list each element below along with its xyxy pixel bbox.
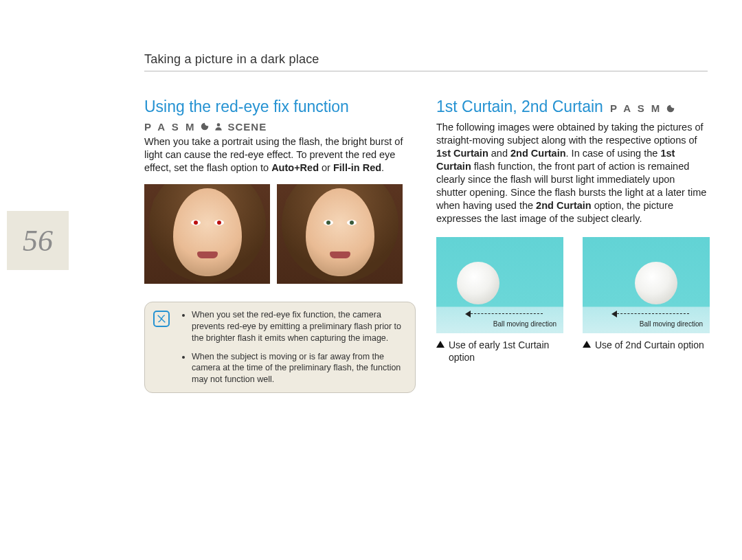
body-bold: 2nd Curtain bbox=[510, 148, 566, 159]
body-bold: Auto+Red bbox=[271, 162, 319, 173]
right-column: 1st Curtain, 2nd Curtain P A S M The fol… bbox=[436, 98, 708, 393]
portrait-before bbox=[144, 184, 270, 284]
body-bold: Fill-in Red bbox=[333, 162, 381, 173]
ball-direction-label: Ball moving direction bbox=[493, 320, 556, 328]
body-text: . bbox=[381, 162, 384, 173]
night-mode-icon bbox=[200, 122, 210, 131]
note-bullet: When the subject is moving or is far awa… bbox=[192, 351, 405, 386]
scene-label: SCENE bbox=[227, 121, 267, 133]
body-bold: 1st Curtain bbox=[436, 148, 488, 159]
mode-indicator-line: P A S M SCENE bbox=[144, 121, 416, 133]
curtain-body: The following images were obtained by ta… bbox=[436, 121, 708, 226]
triangle-up-icon bbox=[436, 341, 445, 348]
curtain-image-2nd: Ball moving direction bbox=[583, 237, 710, 333]
portrait-image-row bbox=[144, 184, 416, 284]
triangle-up-icon bbox=[583, 341, 591, 348]
note-icon bbox=[153, 311, 170, 327]
portrait-mode-icon bbox=[214, 122, 223, 131]
note-bullet: When you set the red-eye fix function, t… bbox=[192, 309, 405, 344]
curtain-caption-2: Use of 2nd Curtain option bbox=[583, 339, 710, 351]
mode-letters: P A S M bbox=[610, 102, 662, 115]
portrait-after bbox=[277, 184, 403, 284]
night-mode-icon bbox=[666, 104, 675, 113]
body-text: . In case of using the bbox=[566, 148, 661, 159]
section-title-text: 1st Curtain, 2nd Curtain bbox=[436, 98, 603, 117]
mode-indicator-inline: P A S M bbox=[610, 102, 675, 115]
curtain-item-2: Ball moving direction Use of 2nd Curtain… bbox=[583, 237, 710, 363]
section-title-text: Using the red-eye fix function bbox=[144, 98, 349, 117]
section-title-red-eye: Using the red-eye fix function bbox=[144, 98, 416, 117]
left-column: Using the red-eye fix function P A S M S… bbox=[144, 98, 416, 393]
page-number-tab: 56 bbox=[7, 211, 69, 270]
mode-letters: P A S M bbox=[144, 121, 196, 133]
svg-point-0 bbox=[217, 123, 221, 126]
body-text: or bbox=[319, 162, 333, 173]
content-columns: Using the red-eye fix function P A S M S… bbox=[144, 98, 708, 393]
curtain-image-row: Ball moving direction Use of early 1st C… bbox=[436, 237, 708, 363]
red-eye-body: When you take a portrait using the flash… bbox=[144, 135, 416, 175]
caption-text: Use of 2nd Curtain option bbox=[595, 339, 704, 351]
body-bold: 2nd Curtain bbox=[536, 200, 592, 211]
note-box: When you set the red-eye fix function, t… bbox=[144, 302, 416, 393]
caption-text: Use of early 1st Curtain option bbox=[449, 339, 563, 363]
ball-direction-label: Ball moving direction bbox=[640, 320, 703, 328]
curtain-caption-1: Use of early 1st Curtain option bbox=[436, 339, 563, 363]
curtain-image-1st: Ball moving direction bbox=[436, 237, 563, 333]
curtain-item-1: Ball moving direction Use of early 1st C… bbox=[436, 237, 563, 363]
section-title-curtain: 1st Curtain, 2nd Curtain P A S M bbox=[436, 98, 708, 117]
body-text: and bbox=[488, 148, 510, 159]
body-text: The following images were obtained by ta… bbox=[436, 122, 704, 146]
page-header: Taking a picture in a dark place bbox=[144, 52, 708, 71]
